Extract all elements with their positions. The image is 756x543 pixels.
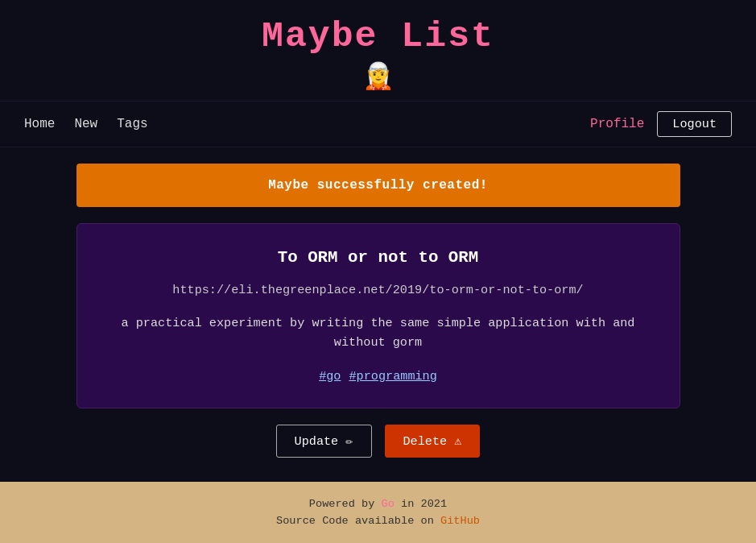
card-description: a practical experiment by writing the sa… [109, 313, 647, 353]
tag-go[interactable]: #go [319, 369, 341, 383]
site-title: Maybe List [0, 16, 756, 56]
nav-home[interactable]: Home [24, 117, 55, 131]
mascot-icon: 🧝 [0, 60, 756, 93]
nav-tags[interactable]: Tags [117, 117, 147, 131]
nav-left: Home New Tags [24, 117, 148, 131]
delete-button[interactable]: Delete ⚠️ [385, 425, 481, 458]
header: Maybe List 🧝 [0, 0, 756, 101]
footer-go-link[interactable]: Go [382, 498, 395, 510]
card-tags: #go #programming [109, 369, 647, 383]
tag-programming[interactable]: #programming [349, 369, 436, 383]
footer: Powered by Go in 2021 Source Code availa… [0, 482, 756, 543]
update-button[interactable]: Update ✏️ [276, 425, 372, 458]
footer-year-text: in 2021 [401, 498, 447, 510]
footer-powered-text: Powered by [309, 498, 375, 510]
footer-powered-line: Powered by Go in 2021 [16, 498, 740, 510]
action-buttons: Update ✏️ Delete ⚠️ [0, 425, 756, 458]
nav-new[interactable]: New [74, 117, 97, 131]
nav-profile[interactable]: Profile [590, 117, 644, 131]
card-url: https://eli.thegreenplace.net/2019/to-or… [109, 283, 647, 297]
maybe-card: To ORM or not to ORM https://eli.thegree… [76, 223, 680, 408]
card-title: To ORM or not to ORM [109, 248, 647, 267]
footer-source-text: Source Code available on [276, 515, 434, 527]
navbar: Home New Tags Profile Logout [0, 101, 756, 147]
footer-github-link[interactable]: GitHub [440, 515, 480, 527]
flash-message: Maybe successfully created! [76, 164, 680, 207]
footer-source-line: Source Code available on GitHub [16, 515, 740, 527]
nav-right: Profile Logout [590, 111, 732, 137]
logout-button[interactable]: Logout [657, 111, 732, 137]
